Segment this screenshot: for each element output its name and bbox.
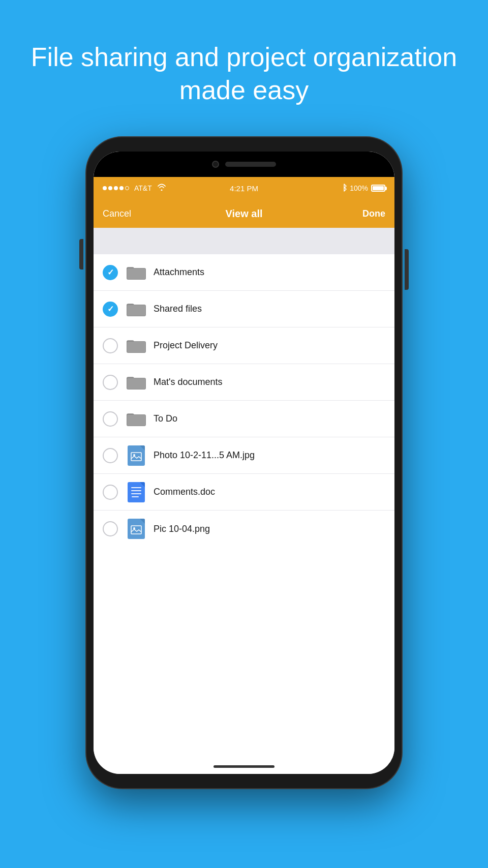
carrier-label: AT&T: [134, 184, 152, 192]
list-item[interactable]: ✓ Shared files: [94, 291, 394, 327]
status-right: 100%: [291, 184, 385, 193]
file-icon-folder: [126, 299, 146, 319]
file-name: Attachments: [154, 267, 204, 278]
signal-dot-2: [108, 186, 112, 190]
status-time: 4:21 PM: [197, 184, 291, 193]
list-item[interactable]: Pic 10-04.png: [94, 511, 394, 547]
file-icon-folder: [126, 409, 146, 429]
file-name: Pic 10-04.png: [154, 524, 210, 534]
battery-percent-label: 100%: [350, 184, 368, 192]
list-item[interactable]: ✓ Attachments: [94, 254, 394, 291]
phone-shell: AT&T 4:21 PM 100%: [86, 137, 402, 788]
status-bar: AT&T 4:21 PM 100%: [94, 177, 394, 199]
file-icon-image: [126, 519, 146, 539]
svg-rect-5: [127, 305, 145, 315]
file-name: Shared files: [154, 304, 202, 314]
svg-rect-15: [131, 453, 141, 461]
svg-rect-17: [131, 526, 141, 534]
list-item[interactable]: Project Delivery: [94, 327, 394, 364]
signal-dot-3: [114, 186, 118, 190]
file-icon-image: [126, 445, 146, 466]
checkbox[interactable]: ✓: [103, 302, 118, 317]
home-indicator: [214, 765, 274, 768]
nav-title: View all: [173, 208, 315, 220]
checkbox[interactable]: [103, 375, 118, 390]
file-name: Photo 10-2-11...5 AM.jpg: [154, 450, 255, 461]
search-area: [94, 228, 394, 254]
wifi-icon: [157, 184, 166, 193]
file-icon-doc: [126, 482, 146, 502]
file-icon-folder: [126, 336, 146, 356]
done-button[interactable]: Done: [315, 208, 385, 219]
svg-rect-8: [127, 341, 145, 352]
battery-icon: [371, 185, 385, 192]
cancel-button[interactable]: Cancel: [103, 208, 173, 219]
camera-dot: [212, 161, 219, 168]
status-left: AT&T: [103, 184, 197, 193]
bluetooth-icon: [342, 184, 347, 193]
signal-dot-4: [119, 186, 124, 190]
checkbox[interactable]: [103, 485, 118, 500]
speaker-grill: [225, 162, 276, 167]
file-name: Mat's documents: [154, 377, 223, 387]
checkbox[interactable]: [103, 338, 118, 353]
signal-dot-1: [103, 186, 107, 190]
file-name: Comments.doc: [154, 487, 215, 497]
list-item[interactable]: Comments.doc: [94, 474, 394, 511]
checkbox[interactable]: [103, 448, 118, 463]
file-icon-folder: [126, 262, 146, 283]
checkbox[interactable]: [103, 521, 118, 536]
checkbox[interactable]: ✓: [103, 265, 118, 280]
file-list: ✓ Attachments✓ Shared files Project Deli…: [94, 254, 394, 759]
signal-dot-5: [125, 186, 129, 190]
phone-screen: AT&T 4:21 PM 100%: [94, 152, 394, 774]
file-icon-folder: [126, 372, 146, 393]
list-item[interactable]: Photo 10-2-11...5 AM.jpg: [94, 437, 394, 474]
svg-rect-2: [127, 268, 145, 279]
file-name: To Do: [154, 413, 177, 424]
svg-rect-11: [127, 378, 145, 388]
hero-title: File sharing and project organization ma…: [0, 41, 488, 107]
checkbox[interactable]: [103, 411, 118, 427]
home-bar: [94, 759, 394, 774]
list-item[interactable]: To Do: [94, 401, 394, 437]
list-item[interactable]: Mat's documents: [94, 364, 394, 401]
signal-bars: [103, 186, 129, 190]
phone-notch: [94, 152, 394, 177]
nav-bar: Cancel View all Done: [94, 199, 394, 228]
file-name: Project Delivery: [154, 340, 218, 351]
svg-rect-14: [127, 414, 145, 425]
